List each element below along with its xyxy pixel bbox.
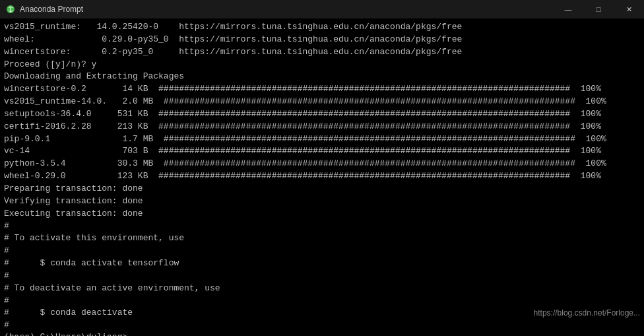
prompt-line: (base) C:\Users\dyliang>: [4, 332, 640, 336]
app-icon: [5, 4, 16, 15]
minimize-button[interactable]: —: [553, 0, 583, 18]
terminal-line: pip-9.0.1 1.7 MB #######################…: [4, 133, 640, 146]
terminal-output: vs2015_runtime: 14.0.25420-0 https://mir…: [4, 21, 640, 332]
terminal-line: python-3.5.4 30.3 MB ###################…: [4, 158, 640, 170]
watermark-text: https://blog.csdn.net/Forloge...: [534, 308, 640, 318]
terminal-line: Downloading and Extracting Packages: [4, 71, 640, 83]
terminal-line: #: [4, 295, 640, 308]
terminal-line: # To deactivate an active environment, u…: [4, 283, 640, 295]
terminal-line: wheel-0.29.0 123 KB ####################…: [4, 170, 640, 183]
window-title: Anaconda Prompt: [20, 5, 639, 14]
terminal-line: # $ conda activate tensorflow: [4, 257, 640, 270]
terminal-line: #: [4, 319, 640, 332]
terminal-line: #: [4, 245, 640, 257]
close-button[interactable]: ✕: [614, 0, 644, 18]
terminal-line: wincertstore: 0.2-py35_0 https://mirrors…: [4, 46, 640, 59]
terminal-line: Preparing transaction: done: [4, 183, 640, 195]
terminal-line: Verifying transaction: done: [4, 195, 640, 208]
terminal-line: setuptools-36.4.0 531 KB ###############…: [4, 108, 640, 121]
terminal-line: certifi-2016.2.28 213 KB ###############…: [4, 121, 640, 133]
terminal-line: Executing transaction: done: [4, 208, 640, 220]
maximize-button[interactable]: □: [583, 0, 614, 18]
terminal-line: vc-14 703 B ############################…: [4, 145, 640, 158]
terminal-line: Proceed ([y]/n)? y: [4, 59, 640, 71]
terminal-line: #: [4, 270, 640, 283]
terminal-line: wincertstore-0.2 14 KB #################…: [4, 83, 640, 96]
window-controls: — □ ✕: [553, 0, 644, 18]
terminal-line: vs2015_runtime-14.0. 2.0 MB ############…: [4, 96, 640, 108]
terminal-line: wheel: 0.29.0-py35_0 https://mirrors.tun…: [4, 34, 640, 46]
terminal-line: #: [4, 220, 640, 233]
terminal-line: # To activate this environment, use: [4, 232, 640, 245]
terminal-line: vs2015_runtime: 14.0.25420-0 https://mir…: [4, 21, 640, 34]
anaconda-prompt-window: Anaconda Prompt — □ ✕ vs2015_runtime: 14…: [0, 0, 644, 336]
title-bar: Anaconda Prompt — □ ✕: [0, 0, 644, 18]
terminal-body[interactable]: vs2015_runtime: 14.0.25420-0 https://mir…: [0, 18, 644, 336]
